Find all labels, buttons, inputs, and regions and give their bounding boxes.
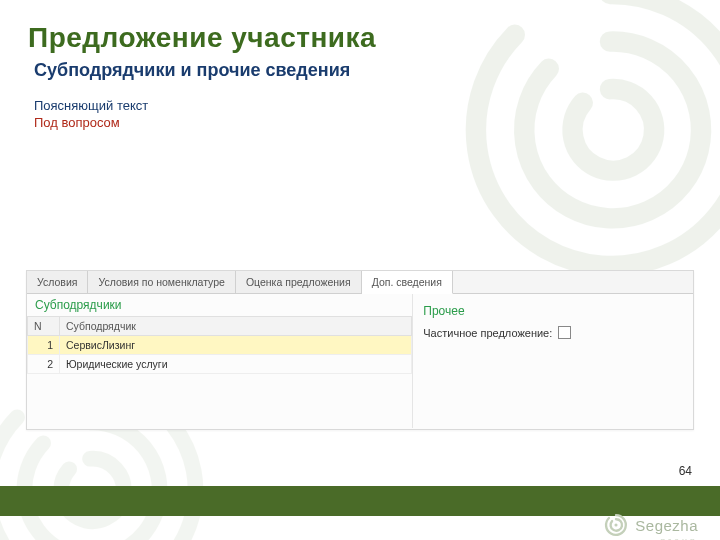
- page-number: 64: [679, 464, 692, 478]
- partial-offer-label: Частичное предложение:: [423, 327, 552, 339]
- brand-subtext: group: [660, 536, 698, 540]
- col-header-name[interactable]: Субподрядчик: [60, 317, 412, 336]
- app-window: Условия Условия по номенклатуре Оценка п…: [26, 270, 694, 430]
- brand-logo: Segezha: [603, 512, 698, 538]
- col-header-n[interactable]: N: [28, 317, 60, 336]
- status-text: Под вопросом: [34, 115, 120, 130]
- cell-name: Юридические услуги: [60, 355, 412, 374]
- decorative-spiral-top: [440, 0, 720, 300]
- subcontractors-table: N Субподрядчик 1 СервисЛизинг 2 Юридичес…: [27, 316, 412, 374]
- partial-offer-checkbox[interactable]: [558, 326, 571, 339]
- cell-n: 2: [28, 355, 60, 374]
- tab-conditions[interactable]: Условия: [27, 271, 88, 293]
- brand-name: Segezha: [635, 517, 698, 534]
- page-subtitle: Субподрядчики и прочие сведения: [34, 60, 350, 81]
- cell-n: 1: [28, 336, 60, 355]
- tab-additional-info[interactable]: Доп. сведения: [362, 271, 453, 294]
- table-row[interactable]: 2 Юридические услуги: [28, 355, 412, 374]
- tab-nomenclature-conditions[interactable]: Условия по номенклатуре: [88, 271, 235, 293]
- tab-bar: Условия Условия по номенклатуре Оценка п…: [27, 271, 693, 294]
- table-row[interactable]: 1 СервисЛизинг: [28, 336, 412, 355]
- cell-name: СервисЛизинг: [60, 336, 412, 355]
- tab-offer-evaluation[interactable]: Оценка предложения: [236, 271, 362, 293]
- svg-point-0: [615, 523, 618, 526]
- other-pane: Прочее Частичное предложение:: [413, 294, 693, 428]
- subcontractors-pane: Субподрядчики N Субподрядчик 1 СервисЛиз…: [27, 294, 413, 428]
- subcontractors-heading: Субподрядчики: [27, 294, 412, 316]
- page-title: Предложение участника: [28, 22, 376, 54]
- spiral-icon: [603, 512, 629, 538]
- other-heading: Прочее: [423, 300, 683, 322]
- explanatory-text: Поясняющий текст: [34, 98, 148, 113]
